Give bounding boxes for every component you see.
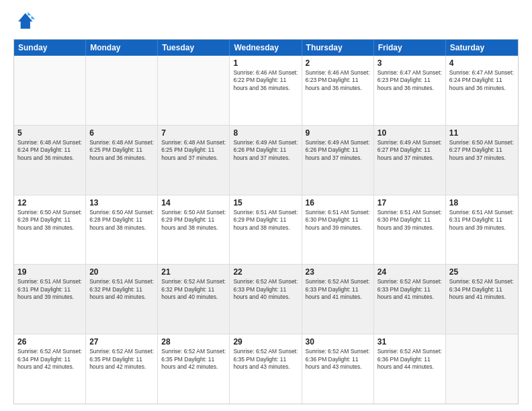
- day-number: 25: [449, 267, 515, 277]
- header-cell-saturday: Saturday: [446, 40, 518, 56]
- cell-info: Sunrise: 6:52 AM Sunset: 6:35 PM Dayligh…: [161, 348, 226, 371]
- header-cell-wednesday: Wednesday: [230, 40, 302, 56]
- calendar-row-0: 1Sunrise: 6:46 AM Sunset: 6:22 PM Daylig…: [14, 56, 518, 125]
- day-number: 26: [17, 337, 82, 347]
- calendar-cell: 9Sunrise: 6:49 AM Sunset: 6:26 PM Daylig…: [302, 126, 374, 195]
- calendar-cell: 30Sunrise: 6:52 AM Sunset: 6:36 PM Dayli…: [302, 334, 374, 404]
- calendar-cell: 7Sunrise: 6:48 AM Sunset: 6:25 PM Daylig…: [158, 126, 230, 195]
- calendar-cell: 4Sunrise: 6:47 AM Sunset: 6:24 PM Daylig…: [446, 56, 518, 125]
- calendar-cell: 25Sunrise: 6:52 AM Sunset: 6:34 PM Dayli…: [446, 265, 518, 334]
- cell-info: Sunrise: 6:52 AM Sunset: 6:32 PM Dayligh…: [161, 278, 226, 301]
- day-number: 24: [378, 267, 442, 277]
- day-number: 5: [17, 128, 82, 138]
- day-number: 18: [449, 198, 515, 208]
- day-number: 20: [89, 267, 154, 277]
- cell-info: Sunrise: 6:51 AM Sunset: 6:32 PM Dayligh…: [89, 278, 154, 301]
- day-number: 31: [378, 337, 442, 347]
- calendar-cell: 16Sunrise: 6:51 AM Sunset: 6:30 PM Dayli…: [302, 195, 374, 265]
- calendar: SundayMondayTuesdayWednesdayThursdayFrid…: [13, 39, 519, 404]
- day-number: 19: [17, 267, 82, 277]
- day-number: 29: [233, 337, 298, 347]
- calendar-cell: 31Sunrise: 6:52 AM Sunset: 6:36 PM Dayli…: [374, 334, 446, 404]
- cell-info: Sunrise: 6:46 AM Sunset: 6:23 PM Dayligh…: [306, 69, 370, 92]
- day-number: 21: [161, 267, 226, 277]
- calendar-cell: 8Sunrise: 6:49 AM Sunset: 6:26 PM Daylig…: [230, 126, 302, 195]
- calendar-cell: 1Sunrise: 6:46 AM Sunset: 6:22 PM Daylig…: [230, 56, 302, 125]
- logo-icon: [13, 11, 35, 32]
- cell-info: Sunrise: 6:50 AM Sunset: 6:28 PM Dayligh…: [17, 209, 82, 232]
- page: SundayMondayTuesdayWednesdayThursdayFrid…: [0, 0, 532, 411]
- cell-info: Sunrise: 6:52 AM Sunset: 6:34 PM Dayligh…: [17, 348, 82, 371]
- day-number: 1: [233, 58, 298, 68]
- calendar-cell: 5Sunrise: 6:48 AM Sunset: 6:24 PM Daylig…: [14, 126, 86, 195]
- calendar-cell: 6Sunrise: 6:48 AM Sunset: 6:25 PM Daylig…: [86, 126, 158, 195]
- calendar-cell: [446, 334, 518, 404]
- logo: [13, 11, 38, 32]
- calendar-cell: 2Sunrise: 6:46 AM Sunset: 6:23 PM Daylig…: [302, 56, 374, 125]
- calendar-cell: 19Sunrise: 6:51 AM Sunset: 6:31 PM Dayli…: [14, 265, 86, 334]
- cell-info: Sunrise: 6:52 AM Sunset: 6:35 PM Dayligh…: [233, 348, 298, 371]
- calendar-cell: 15Sunrise: 6:51 AM Sunset: 6:29 PM Dayli…: [230, 195, 302, 265]
- header-cell-monday: Monday: [86, 40, 158, 56]
- day-number: 23: [306, 267, 370, 277]
- cell-info: Sunrise: 6:46 AM Sunset: 6:22 PM Dayligh…: [233, 69, 298, 92]
- day-number: 28: [161, 337, 226, 347]
- header-cell-sunday: Sunday: [14, 40, 86, 56]
- cell-info: Sunrise: 6:48 AM Sunset: 6:25 PM Dayligh…: [161, 139, 226, 162]
- calendar-row-4: 26Sunrise: 6:52 AM Sunset: 6:34 PM Dayli…: [14, 334, 518, 404]
- calendar-cell: 26Sunrise: 6:52 AM Sunset: 6:34 PM Dayli…: [14, 334, 86, 404]
- calendar-cell: [158, 56, 230, 125]
- cell-info: Sunrise: 6:51 AM Sunset: 6:31 PM Dayligh…: [449, 209, 515, 232]
- day-number: 15: [233, 198, 298, 208]
- day-number: 16: [306, 198, 370, 208]
- cell-info: Sunrise: 6:52 AM Sunset: 6:34 PM Dayligh…: [449, 278, 515, 301]
- calendar-row-2: 12Sunrise: 6:50 AM Sunset: 6:28 PM Dayli…: [14, 195, 518, 265]
- calendar-cell: 3Sunrise: 6:47 AM Sunset: 6:23 PM Daylig…: [374, 56, 446, 125]
- calendar-cell: 14Sunrise: 6:50 AM Sunset: 6:29 PM Dayli…: [158, 195, 230, 265]
- cell-info: Sunrise: 6:52 AM Sunset: 6:36 PM Dayligh…: [306, 348, 370, 371]
- day-number: 10: [378, 128, 442, 138]
- day-number: 22: [233, 267, 298, 277]
- day-number: 11: [449, 128, 515, 138]
- calendar-header: SundayMondayTuesdayWednesdayThursdayFrid…: [14, 40, 518, 56]
- day-number: 8: [233, 128, 298, 138]
- calendar-cell: 27Sunrise: 6:52 AM Sunset: 6:35 PM Dayli…: [86, 334, 158, 404]
- header-cell-tuesday: Tuesday: [158, 40, 230, 56]
- cell-info: Sunrise: 6:51 AM Sunset: 6:30 PM Dayligh…: [306, 209, 370, 232]
- calendar-cell: 24Sunrise: 6:52 AM Sunset: 6:33 PM Dayli…: [374, 265, 446, 334]
- cell-info: Sunrise: 6:52 AM Sunset: 6:36 PM Dayligh…: [378, 348, 442, 371]
- day-number: 14: [161, 198, 226, 208]
- calendar-cell: 23Sunrise: 6:52 AM Sunset: 6:33 PM Dayli…: [302, 265, 374, 334]
- cell-info: Sunrise: 6:50 AM Sunset: 6:27 PM Dayligh…: [449, 139, 515, 162]
- day-number: 27: [89, 337, 154, 347]
- header-cell-friday: Friday: [374, 40, 446, 56]
- day-number: 30: [306, 337, 370, 347]
- day-number: 7: [161, 128, 226, 138]
- day-number: 13: [89, 198, 154, 208]
- cell-info: Sunrise: 6:51 AM Sunset: 6:31 PM Dayligh…: [17, 278, 82, 301]
- cell-info: Sunrise: 6:52 AM Sunset: 6:33 PM Dayligh…: [306, 278, 370, 301]
- day-number: 4: [449, 58, 515, 68]
- calendar-cell: 21Sunrise: 6:52 AM Sunset: 6:32 PM Dayli…: [158, 265, 230, 334]
- calendar-cell: 28Sunrise: 6:52 AM Sunset: 6:35 PM Dayli…: [158, 334, 230, 404]
- cell-info: Sunrise: 6:47 AM Sunset: 6:24 PM Dayligh…: [449, 69, 515, 92]
- cell-info: Sunrise: 6:52 AM Sunset: 6:33 PM Dayligh…: [233, 278, 298, 301]
- calendar-cell: 18Sunrise: 6:51 AM Sunset: 6:31 PM Dayli…: [446, 195, 518, 265]
- calendar-cell: 13Sunrise: 6:50 AM Sunset: 6:28 PM Dayli…: [86, 195, 158, 265]
- calendar-row-1: 5Sunrise: 6:48 AM Sunset: 6:24 PM Daylig…: [14, 125, 518, 195]
- calendar-cell: 29Sunrise: 6:52 AM Sunset: 6:35 PM Dayli…: [230, 334, 302, 404]
- day-number: 9: [306, 128, 370, 138]
- calendar-body: 1Sunrise: 6:46 AM Sunset: 6:22 PM Daylig…: [14, 56, 518, 404]
- calendar-cell: 20Sunrise: 6:51 AM Sunset: 6:32 PM Dayli…: [86, 265, 158, 334]
- header-cell-thursday: Thursday: [302, 40, 374, 56]
- header: [13, 11, 519, 32]
- cell-info: Sunrise: 6:52 AM Sunset: 6:35 PM Dayligh…: [89, 348, 154, 371]
- cell-info: Sunrise: 6:51 AM Sunset: 6:29 PM Dayligh…: [233, 209, 298, 232]
- cell-info: Sunrise: 6:48 AM Sunset: 6:25 PM Dayligh…: [89, 139, 154, 162]
- cell-info: Sunrise: 6:50 AM Sunset: 6:28 PM Dayligh…: [89, 209, 154, 232]
- calendar-cell: 12Sunrise: 6:50 AM Sunset: 6:28 PM Dayli…: [14, 195, 86, 265]
- day-number: 17: [378, 198, 442, 208]
- cell-info: Sunrise: 6:49 AM Sunset: 6:26 PM Dayligh…: [306, 139, 370, 162]
- cell-info: Sunrise: 6:49 AM Sunset: 6:26 PM Dayligh…: [233, 139, 298, 162]
- calendar-cell: 11Sunrise: 6:50 AM Sunset: 6:27 PM Dayli…: [446, 126, 518, 195]
